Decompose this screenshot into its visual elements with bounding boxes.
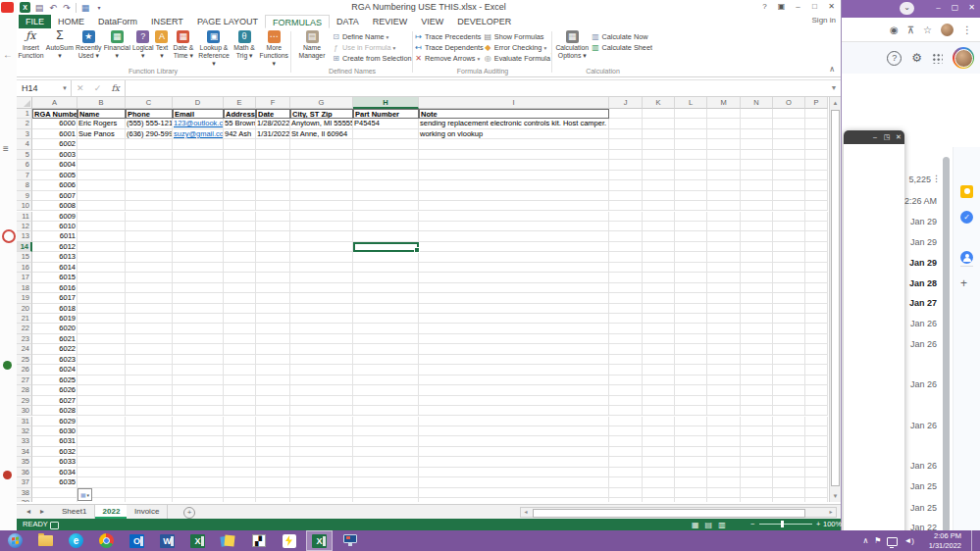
column-header-J[interactable]: J <box>609 97 643 109</box>
column-header-C[interactable]: C <box>126 97 173 109</box>
cell-J34[interactable] <box>609 447 643 457</box>
cell-C2[interactable]: (555) 555-1212 <box>126 119 173 128</box>
cell-N36[interactable] <box>741 468 773 477</box>
cell-J6[interactable] <box>609 160 643 170</box>
cell-I32[interactable] <box>419 426 609 436</box>
cell-H6[interactable] <box>353 160 419 170</box>
cell-L9[interactable] <box>675 191 707 201</box>
cell-L10[interactable] <box>675 201 707 211</box>
ribbon-tab-insert[interactable]: INSERT <box>144 15 190 28</box>
column-header-L[interactable]: L <box>675 97 707 109</box>
cell-J24[interactable] <box>609 344 643 354</box>
cell-I8[interactable] <box>419 180 609 190</box>
cell-B8[interactable] <box>77 180 126 190</box>
cell-D36[interactable] <box>173 468 224 477</box>
cell-F15[interactable] <box>256 252 290 262</box>
cell-F18[interactable] <box>256 283 290 293</box>
cell-L16[interactable] <box>675 263 707 273</box>
cell-M20[interactable] <box>707 304 741 314</box>
cell-H8[interactable] <box>353 180 419 190</box>
cell-D15[interactable] <box>173 252 224 262</box>
cell-J9[interactable] <box>609 191 643 201</box>
cell-O38[interactable] <box>773 488 805 498</box>
cell-D26[interactable] <box>173 365 224 375</box>
ribbon-button-calculation-options[interactable]: ▦Calculation Options ▾ <box>553 28 591 60</box>
cell-O17[interactable] <box>773 273 805 282</box>
cell-F3[interactable]: 1/31/2022 <box>256 129 290 139</box>
cell-I6[interactable] <box>419 160 609 170</box>
help-icon[interactable]: ? <box>756 0 773 13</box>
cell-A34[interactable]: 6032 <box>32 447 77 457</box>
cell-L19[interactable] <box>675 293 707 303</box>
cell-P29[interactable] <box>805 396 828 406</box>
cell-I11[interactable] <box>419 212 609 222</box>
cell-B18[interactable] <box>77 283 126 293</box>
cell-D17[interactable] <box>173 273 224 282</box>
cell-N7[interactable] <box>741 171 773 180</box>
cell-E37[interactable] <box>224 477 256 487</box>
cell-G1[interactable]: City, ST Zip <box>290 109 353 119</box>
row-header-1[interactable]: 1 <box>17 109 32 119</box>
cell-P10[interactable] <box>805 201 828 211</box>
cell-I35[interactable] <box>419 457 609 467</box>
cell-F14[interactable] <box>256 242 290 252</box>
horizontal-scroll-thumb[interactable] <box>533 509 805 518</box>
cell-K16[interactable] <box>643 263 675 273</box>
cell-E8[interactable] <box>224 180 256 190</box>
cell-G8[interactable] <box>290 180 353 190</box>
cell-E23[interactable] <box>224 334 256 344</box>
cell-K22[interactable] <box>643 324 675 333</box>
ribbon-button-text[interactable]: AText ▾ <box>154 28 169 60</box>
cell-D33[interactable] <box>173 436 224 446</box>
cell-F12[interactable] <box>256 222 290 231</box>
cell-P24[interactable] <box>805 344 828 354</box>
cell-L39[interactable] <box>675 498 707 502</box>
cell-L20[interactable] <box>675 304 707 314</box>
cell-C30[interactable] <box>126 406 173 416</box>
ribbon-button-trace-dependents[interactable]: ↤Trace Dependents <box>414 42 484 53</box>
cell-M12[interactable] <box>707 222 741 231</box>
ribbon-button-logical[interactable]: ?Logical ▾ <box>131 28 155 60</box>
compose-close-icon[interactable]: ✕ <box>893 130 904 144</box>
zoom-slider-track[interactable] <box>759 524 812 525</box>
cell-M11[interactable] <box>707 212 741 222</box>
cell-P35[interactable] <box>805 457 828 467</box>
cell-J8[interactable] <box>609 180 643 190</box>
cell-I4[interactable] <box>419 139 609 149</box>
cell-I1[interactable]: Note <box>419 109 609 119</box>
cell-O5[interactable] <box>773 150 805 160</box>
cell-H37[interactable] <box>353 477 419 487</box>
cell-G16[interactable] <box>290 263 353 273</box>
cell-F4[interactable] <box>256 139 290 149</box>
cell-O7[interactable] <box>773 171 805 180</box>
cell-I34[interactable] <box>419 447 609 457</box>
ribbon-button-define-name[interactable]: ⊡Define Name▾ <box>332 31 412 42</box>
cell-N15[interactable] <box>741 252 773 262</box>
cell-M33[interactable] <box>707 436 741 446</box>
cell-K26[interactable] <box>643 365 675 375</box>
select-all-corner[interactable] <box>17 97 32 109</box>
cell-J33[interactable] <box>609 436 643 446</box>
ribbon-button-name-manager[interactable]: ▤Name Manager <box>292 28 332 60</box>
cell-O8[interactable] <box>773 180 805 190</box>
column-header-A[interactable]: A <box>32 97 77 109</box>
cell-C22[interactable] <box>126 324 173 333</box>
cell-I22[interactable] <box>419 324 609 333</box>
cell-E19[interactable] <box>224 293 256 303</box>
next-sheet-icon[interactable]: ▸ <box>40 507 44 516</box>
row-header-32[interactable]: 32 <box>17 426 32 436</box>
scroll-right-icon[interactable]: ▸ <box>826 508 836 517</box>
cell-C23[interactable] <box>126 334 173 344</box>
cell-H2[interactable]: P45454 <box>353 119 419 128</box>
cell-K9[interactable] <box>643 191 675 201</box>
cell-L12[interactable] <box>675 222 707 231</box>
cell-C12[interactable] <box>126 222 173 231</box>
cell-D39[interactable] <box>173 498 224 502</box>
row-header-22[interactable]: 22 <box>17 324 32 333</box>
row-header-15[interactable]: 15 <box>17 252 32 262</box>
cell-P11[interactable] <box>805 212 828 222</box>
cell-D10[interactable] <box>173 201 224 211</box>
cell-O1[interactable] <box>773 109 805 119</box>
cell-I36[interactable] <box>419 468 609 477</box>
cell-F11[interactable] <box>256 212 290 222</box>
